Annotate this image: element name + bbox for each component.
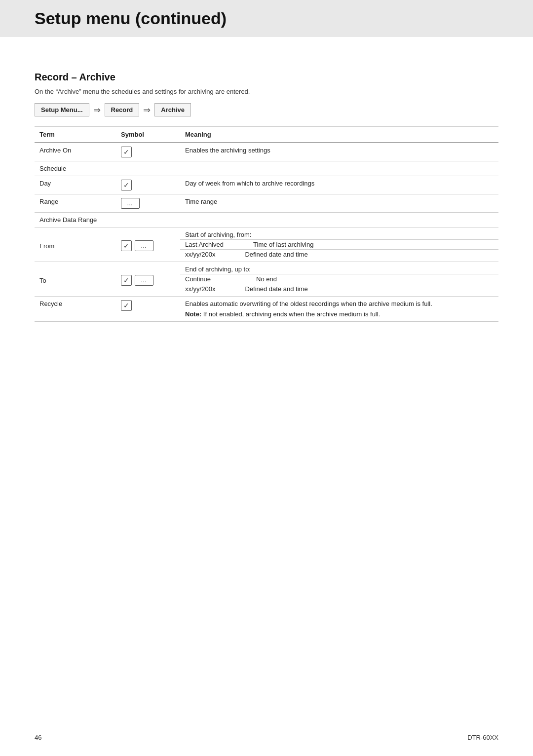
model-number: DTR-60XX	[467, 734, 498, 741]
symbol-to: ✓ …	[116, 262, 180, 297]
page-header: Setup menu (continued)	[0, 0, 533, 37]
symbol-day: ✓	[116, 176, 180, 194]
ellipsis-icon: …	[135, 275, 153, 286]
term-from: From	[35, 227, 116, 262]
settings-table: Term Symbol Meaning Archive On ✓ Enables…	[35, 126, 498, 322]
section-title: Record – Archive	[35, 72, 498, 83]
meaning-archive-on: Enables the archiving settings	[180, 143, 498, 161]
breadcrumb: Setup Menu... ⇒ Record ⇒ Archive	[35, 103, 498, 116]
symbol-schedule	[116, 161, 180, 176]
breadcrumb-arrow-1: ⇒	[93, 105, 101, 115]
intro-text: On the “Archive” menu the schedules and …	[35, 88, 498, 95]
col-header-meaning: Meaning	[180, 127, 498, 143]
footer: 46 DTR-60XX	[35, 734, 498, 741]
term-recycle: Recycle	[35, 297, 116, 322]
checkbox-icon: ✓	[121, 275, 132, 286]
term-schedule: Schedule	[35, 161, 116, 176]
meaning-archive-data-range	[180, 213, 498, 227]
term-archive-data-range: Archive Data Range	[35, 213, 116, 227]
term-range: Range	[35, 194, 116, 213]
table-row: Day ✓ Day of week from which to archive …	[35, 176, 498, 194]
checkbox-icon: ✓	[121, 180, 132, 190]
ellipsis-icon: …	[135, 240, 153, 251]
term-day: Day	[35, 176, 116, 194]
meaning-to-header: End of archiving, up to:	[180, 262, 498, 274]
col-header-term: Term	[35, 127, 116, 143]
table-row: From ✓ … Start of archiving, from:	[35, 227, 498, 240]
symbol-archive-on: ✓	[116, 143, 180, 161]
note-label: Note:	[185, 310, 201, 318]
checkbox-icon: ✓	[121, 300, 132, 311]
meaning-recycle: Enables automatic overwriting of the old…	[180, 297, 498, 322]
breadcrumb-archive: Archive	[154, 103, 191, 116]
meaning-from-sub2: xx/yy/200xDefined date and time	[180, 250, 498, 262]
symbol-recycle: ✓	[116, 297, 180, 322]
meaning-from-sub1: Last ArchivedTime of last archiving	[180, 240, 498, 250]
meaning-to-sub1: ContinueNo end	[180, 274, 498, 284]
checkbox-icon: ✓	[121, 147, 132, 157]
checkbox-icon: ✓	[121, 240, 132, 251]
meaning-day: Day of week from which to archive record…	[180, 176, 498, 194]
symbol-archive-data-range	[116, 213, 180, 227]
table-row: Archive Data Range	[35, 213, 498, 227]
meaning-from-header: Start of archiving, from:	[180, 227, 498, 240]
table-row: Recycle ✓ Enables automatic overwriting …	[35, 297, 498, 322]
symbol-range: …	[116, 194, 180, 213]
table-row: To ✓ … End of archiving, up to:	[35, 262, 498, 274]
term-to: To	[35, 262, 116, 297]
breadcrumb-record: Record	[105, 103, 140, 116]
table-row: Schedule	[35, 161, 498, 176]
col-header-symbol: Symbol	[116, 127, 180, 143]
symbol-from: ✓ …	[116, 227, 180, 262]
table-row: Range … Time range	[35, 194, 498, 213]
page-content: Record – Archive On the “Archive” menu t…	[0, 52, 533, 361]
ellipsis-icon: …	[121, 198, 140, 209]
breadcrumb-setup-menu: Setup Menu...	[35, 103, 89, 116]
table-row: Archive On ✓ Enables the archiving setti…	[35, 143, 498, 161]
breadcrumb-arrow-2: ⇒	[143, 105, 151, 115]
term-archive-on: Archive On	[35, 143, 116, 161]
meaning-schedule	[180, 161, 498, 176]
page-number: 46	[35, 734, 41, 741]
page-title: Setup menu (continued)	[35, 9, 498, 28]
meaning-to-sub2: xx/yy/200xDefined date and time	[180, 284, 498, 297]
meaning-range: Time range	[180, 194, 498, 213]
